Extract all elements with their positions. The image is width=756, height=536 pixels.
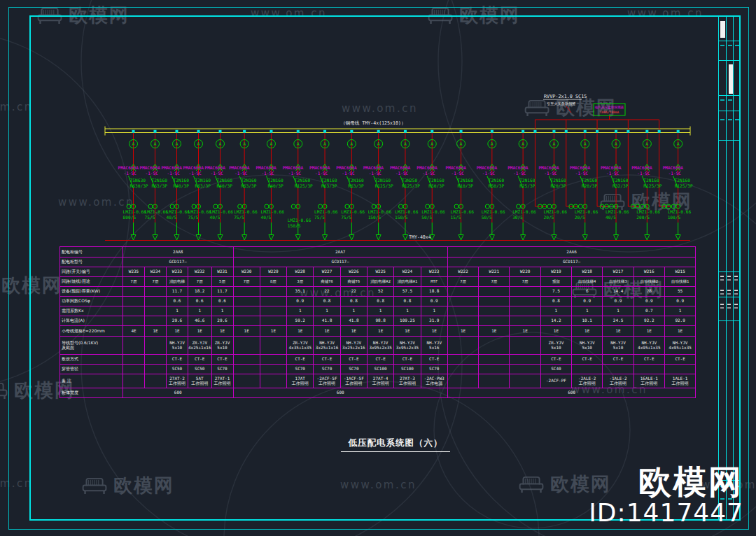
circuit-cell: 4E [123,326,145,337]
svg-text:T2N160: T2N160 [321,178,337,183]
feeder-branch: APMAC600A-1-SCT2N160R63/3PLMZ1-0.6675/5 [229,130,258,240]
svg-text:LMZ1-0.66: LMZ1-0.66 [210,209,234,214]
svg-text:A: A [552,141,555,147]
circuit-cell: MTF [421,277,447,287]
circuit-cell [510,297,540,306]
svg-text:R10/3P: R10/3P [458,183,474,188]
circuit-cell [233,365,260,374]
svg-text:-1-SC: -1-SC [211,171,224,176]
bus-tap [176,130,178,133]
circuit-cell [233,316,260,326]
svg-text:40/5: 40/5 [606,215,616,220]
svg-text:-1-SC: -1-SC [146,171,159,176]
circuit-cell: 1 [340,306,367,316]
svg-text:A: A [297,141,300,147]
circuit-cell [510,287,540,297]
svg-text:LMZ1-0.66: LMZ1-0.66 [421,209,445,214]
circuit-cell [260,374,286,388]
circuit-cell: 自动扶梯2 [634,277,664,287]
circuit-cell [510,306,540,316]
svg-text:75/5: 75/5 [145,215,155,220]
arrow-down-icon [153,235,158,241]
circuit-cell: 1 [394,306,421,316]
svg-text:40/5: 40/5 [210,215,220,220]
circuit-cell: -2ALE-2工作照明 [572,374,603,388]
circuit-cell: 14.2 [540,316,571,326]
svg-text:T2N160: T2N160 [582,178,598,183]
circuit-cell [510,316,540,326]
circuit-cell: 1 [368,306,394,316]
table-grid: 配电柜编号2AA82AA72AA6配电柜型号GCD117—GCD117—GCD1… [59,246,696,398]
circuit-cell [510,374,540,388]
bus-tap [219,130,222,133]
circuit-cell: 0.9 [287,297,314,306]
svg-text:PMAC600A: PMAC600A [507,165,528,170]
circuit-cell: CT-E [540,355,571,365]
svg-text:A: A [270,141,272,147]
svg-text:T2N160: T2N160 [348,178,364,183]
circuit-cell: 1E [211,326,233,337]
svg-text:LMZ1-0.66: LMZ1-0.66 [636,209,660,214]
arrow-down-icon [196,235,201,241]
svg-text:LMZ1-0.66: LMZ1-0.66 [575,209,598,214]
circuit-cell: ZR-YJV4x35+1x35 [287,337,314,355]
svg-text:T2N160: T2N160 [612,178,629,183]
svg-text:A: A [176,141,178,147]
circuit-cell [145,365,167,374]
circuit-cell: ZR-YJV5x10 [211,337,233,355]
svg-text:LMZ1-0.66: LMZ1-0.66 [123,209,147,214]
circuit-cell [260,316,286,326]
circuit-cell: 自动扶梯4 [572,277,603,287]
fire-monitor-circuit: 电气火灾监控探测器100A/100mARVVP-2x1.0 SC15引至火灾自动… [533,94,671,206]
circuit-cell: SC40 [540,365,571,374]
arrow-down-icon [131,235,136,241]
circuit-cell [447,365,478,374]
svg-text:T2N160: T2N160 [241,178,257,183]
circuit-cell: NH-YJV5x16 [421,337,447,355]
svg-text:PMAC600A: PMAC600A [183,165,204,170]
circuit-cell: 59.2 [287,316,314,326]
circuit-cell [260,337,286,355]
arrow-down-icon [376,235,381,241]
circuit-cell: 98.8 [368,316,394,326]
feeder-branch: APMAC600A-1-SCT2N160R32/3PLMZ1-0.6640/5 [600,130,629,240]
svg-text:PMAC600A: PMAC600A [663,165,684,170]
circuit-cell: 0.9 [634,297,664,306]
circuit-cell: W226 [340,267,367,277]
circuit-cell: W233 [167,267,188,277]
circuit-cell: 29.6 [167,316,188,326]
bus-tap [297,130,300,133]
svg-text:150/5: 150/5 [368,215,382,220]
circuit-cell: SC70 [211,365,233,374]
bus-tap [197,130,200,133]
arrow-down-icon [218,235,223,241]
svg-text:T2N160: T2N160 [550,178,566,183]
section-cell: GCD117— [447,258,695,267]
svg-text:200/5: 200/5 [636,215,650,220]
feeder-branch: APMAC600A-1-SCT2N160R20/3PLMZ1-0.6620/5 [569,130,598,240]
circuit-cell [145,306,167,316]
circuit-cell: 1E [479,326,510,337]
circuit-cell: 14.4 [603,287,634,297]
svg-text:TMY-40x4: TMY-40x4 [409,234,431,240]
svg-text:R50/3P: R50/3P [428,183,444,188]
svg-text:LMZ1-0.66: LMZ1-0.66 [512,209,536,214]
svg-text:PMAC600A: PMAC600A [631,165,652,170]
svg-text:-1-SC: -1-SC [575,171,589,176]
bus-tap [430,130,433,133]
circuit-cell: 商铺T6 [340,277,367,287]
bus-tap [243,130,246,133]
svg-text:20/5: 20/5 [575,215,585,220]
svg-text:LMZ1-0.66: LMZ1-0.66 [668,209,692,214]
circuit-cell [145,297,167,306]
svg-text:R40/3P: R40/3P [217,183,233,188]
svg-text:75/5: 75/5 [314,215,325,220]
circuit-cell: 0.9 [664,297,695,306]
svg-text:A: A [323,141,326,147]
circuit-cell: 1E [314,326,340,337]
svg-text:R63/3P: R63/3P [321,183,337,188]
svg-text:R125/3P: R125/3P [375,183,393,188]
arrow-down-icon [552,235,556,241]
arrow-down-icon [323,235,328,241]
circuit-cell [447,337,478,355]
